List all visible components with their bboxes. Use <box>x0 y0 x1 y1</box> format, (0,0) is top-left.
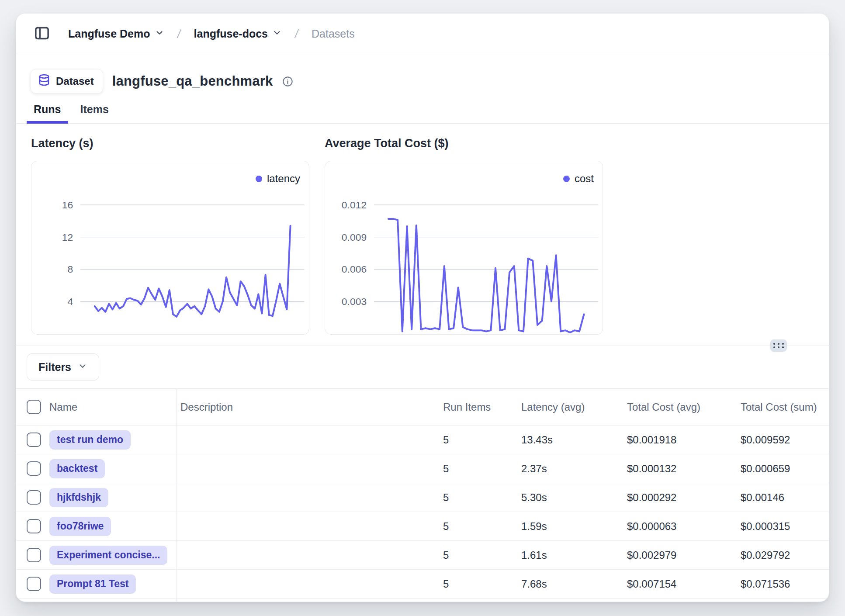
breadcrumb-current-datasets: Datasets <box>312 28 355 40</box>
table-row: Prompt 81 Test 5 7.68s $0.007154 $0.0715… <box>16 570 829 599</box>
table-header-row: Name Description Run Items Latency (avg)… <box>16 389 829 426</box>
run-name-badge[interactable]: Experiment concise... <box>49 546 167 565</box>
svg-text:0.006: 0.006 <box>342 263 367 275</box>
row-checkbox[interactable] <box>27 433 41 447</box>
main-panel: Langfuse Demo langfuse-docs Datasets <box>16 13 829 602</box>
svg-text:16: 16 <box>62 199 73 211</box>
run-items-count: 5 <box>443 549 521 561</box>
sidebar-toggle-button[interactable] <box>33 24 51 43</box>
run-total-cost-avg: $0.000132 <box>627 463 741 475</box>
run-total-cost-sum: $0.000659 <box>741 463 829 475</box>
table-row: Experiment concise... 5 1.61s $0.002979 … <box>16 541 829 570</box>
top-bar: Langfuse Demo langfuse-docs Datasets <box>16 14 829 54</box>
run-items-count: 5 <box>443 578 521 590</box>
table-row: foo78riwe 5 1.59s $0.000063 $0.000315 <box>16 512 829 541</box>
run-total-cost-sum: $0.029792 <box>741 549 829 561</box>
run-total-cost-avg: $0.000063 <box>627 520 741 533</box>
row-checkbox[interactable] <box>27 519 41 533</box>
run-latency-avg: 1.59s <box>521 520 627 533</box>
run-latency-avg: 13.43s <box>521 434 627 446</box>
org-name: Langfuse Demo <box>68 28 150 40</box>
run-name-badge[interactable]: hjkfdshjk <box>49 488 108 507</box>
legend-dot-icon <box>563 176 570 182</box>
breadcrumb: Langfuse Demo langfuse-docs Datasets <box>68 28 355 40</box>
latency-chart-legend: latency <box>256 173 300 185</box>
resize-handle[interactable] <box>770 339 787 352</box>
run-latency-avg: 2.37s <box>521 463 627 475</box>
legend-dot-icon <box>256 176 262 182</box>
run-name-badge[interactable]: Prompt 81 Test <box>49 574 136 594</box>
run-total-cost-avg: $0.002979 <box>627 549 741 561</box>
column-header-latency-avg: Latency (avg) <box>521 401 627 413</box>
cost-chart-title: Average Total Cost ($) <box>325 137 603 150</box>
svg-text:0.012: 0.012 <box>342 199 367 211</box>
column-header-total-cost-avg: Total Cost (avg) <box>627 401 741 413</box>
cost-chart: 0.0030.0060.0090.012 cost <box>325 161 603 335</box>
select-all-checkbox[interactable] <box>27 400 41 414</box>
table-row: hjkfdshjk 5 5.30s $0.000292 $0.00146 <box>16 483 829 512</box>
run-total-cost-sum: $0.009592 <box>741 434 829 446</box>
table-row: backtest 5 2.37s $0.000132 $0.000659 <box>16 454 829 483</box>
dataset-title-row: Dataset langfuse_qa_benchmark <box>31 69 812 93</box>
section-divider <box>16 346 829 346</box>
breadcrumb-org-selector[interactable]: Langfuse Demo <box>68 28 164 40</box>
column-header-description: Description <box>177 401 443 413</box>
charts-section: Latency (s) 481216 latency Average Total… <box>16 124 829 335</box>
table-row <box>16 599 829 602</box>
column-header-run-items: Run Items <box>443 401 521 413</box>
filters-row: Filters <box>16 353 829 381</box>
column-header-name: Name <box>46 389 177 425</box>
latency-chart-group: Latency (s) 481216 latency <box>31 137 309 335</box>
runs-table: Name Description Run Items Latency (avg)… <box>16 388 829 602</box>
latency-line-chart: 481216 <box>31 161 309 334</box>
dataset-badge-label: Dataset <box>56 75 94 87</box>
run-total-cost-avg: $0.007154 <box>627 578 741 590</box>
row-checkbox[interactable] <box>27 490 41 505</box>
column-header-total-cost-sum: Total Cost (sum) <box>741 401 829 413</box>
run-total-cost-avg: $0.001918 <box>627 434 741 446</box>
legend-label: latency <box>267 173 300 185</box>
run-latency-avg: 7.68s <box>521 578 627 590</box>
breadcrumb-separator <box>173 28 185 40</box>
run-name-badge[interactable]: foo78riwe <box>49 517 111 536</box>
table-row: test run demo 5 13.43s $0.001918 $0.0095… <box>16 426 829 454</box>
chevron-down-icon <box>155 28 164 40</box>
tab-bar: Runs Items <box>16 103 829 124</box>
dataset-type-badge: Dataset <box>31 69 103 93</box>
run-name-badge[interactable]: test run demo <box>49 430 131 450</box>
svg-text:4: 4 <box>67 296 73 307</box>
latency-chart: 481216 latency <box>31 161 309 335</box>
row-checkbox[interactable] <box>27 548 41 562</box>
run-items-count: 5 <box>443 434 521 446</box>
run-items-count: 5 <box>443 491 521 504</box>
breadcrumb-separator <box>291 28 303 40</box>
breadcrumb-project-selector[interactable]: langfuse-docs <box>194 28 282 40</box>
filters-button[interactable]: Filters <box>27 353 99 381</box>
run-total-cost-sum: $0.000315 <box>741 520 829 533</box>
svg-text:8: 8 <box>67 263 73 275</box>
legend-label: cost <box>575 173 594 185</box>
row-checkbox[interactable] <box>27 461 41 476</box>
run-total-cost-avg: $0.000292 <box>627 491 741 504</box>
cost-chart-group: Average Total Cost ($) 0.0030.0060.0090.… <box>325 137 603 335</box>
filters-label: Filters <box>38 361 71 374</box>
info-icon[interactable] <box>282 76 294 87</box>
latency-chart-title: Latency (s) <box>31 137 309 150</box>
run-items-count: 5 <box>443 463 521 475</box>
run-items-count: 5 <box>443 520 521 533</box>
cost-chart-legend: cost <box>563 173 594 185</box>
database-icon <box>38 73 51 89</box>
svg-text:12: 12 <box>62 232 73 243</box>
row-checkbox[interactable] <box>27 577 41 591</box>
run-latency-avg: 1.61s <box>521 549 627 561</box>
page-title: langfuse_qa_benchmark <box>112 73 273 89</box>
tab-items[interactable]: Items <box>73 103 116 123</box>
run-name-badge[interactable]: backtest <box>49 459 105 478</box>
run-latency-avg: 5.30s <box>521 491 627 504</box>
panel-left-icon <box>33 24 51 43</box>
svg-text:0.003: 0.003 <box>342 296 367 307</box>
cost-line-chart: 0.0030.0060.0090.012 <box>325 161 603 334</box>
run-total-cost-sum: $0.00146 <box>741 491 829 504</box>
tab-runs[interactable]: Runs <box>27 103 68 123</box>
svg-text:0.009: 0.009 <box>342 232 367 243</box>
